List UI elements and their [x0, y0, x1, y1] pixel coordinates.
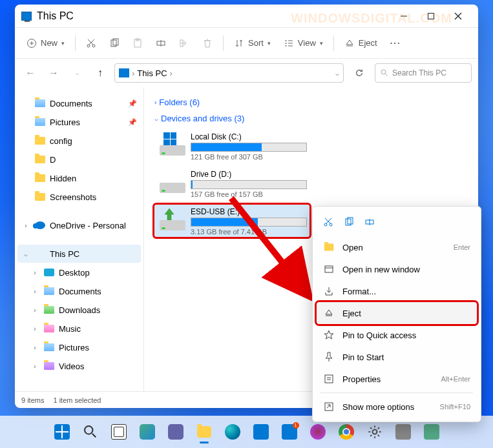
taskbar-explorer[interactable] [191, 419, 217, 445]
start-button[interactable] [49, 419, 75, 445]
drive-name: Local Disk (C:) [191, 132, 307, 141]
sidebar: Documents📌 Pictures📌 config D Hidden Scr… [15, 87, 144, 391]
sidebar-item-music[interactable]: ›Music [17, 320, 141, 338]
sidebar-item-documents-sub[interactable]: ›Documents [17, 282, 141, 300]
drive-local-c[interactable]: Local Disk (C:) 121 GB free of 307 GB [154, 130, 309, 162]
ctx-pin-start[interactable]: Pin to Start [317, 346, 477, 368]
search-input[interactable]: Search This PC [375, 63, 472, 83]
ctx-label: Format... [342, 287, 376, 296]
ctx-label: Open in new window [342, 265, 420, 274]
ctx-open-new-window[interactable]: Open in new window [317, 258, 477, 280]
sidebar-item-videos[interactable]: ›Videos [17, 357, 141, 375]
drives-section-header[interactable]: ⌵Devices and drives (3) [154, 114, 468, 123]
taskbar-edge[interactable] [220, 419, 246, 445]
minimize-button[interactable] [390, 7, 417, 25]
pin-icon: 📌 [128, 99, 137, 108]
taskbar-settings[interactable] [362, 419, 388, 445]
more-button[interactable]: ··· [385, 33, 406, 54]
eject-icon [323, 308, 335, 318]
sidebar-item-thispc[interactable]: ⌵This PC [17, 245, 141, 263]
sidebar-item-onedrive[interactable]: ›OneDrive - Personal [17, 216, 141, 234]
drive-d[interactable]: Drive D (D:) 157 GB free of 157 GB [154, 167, 309, 199]
recent-button[interactable]: ⌵ [68, 64, 86, 82]
star-icon [323, 330, 335, 340]
refresh-button[interactable] [349, 63, 370, 83]
svg-line-35 [326, 218, 331, 223]
pin-icon: 📌 [128, 118, 137, 127]
status-selected-count: 1 item selected [53, 396, 101, 404]
sidebar-item-d[interactable]: D [17, 150, 141, 168]
paste-button[interactable] [127, 33, 148, 54]
drive-icon [157, 170, 188, 197]
ctx-shortcut: Alt+Enter [441, 375, 470, 383]
toolbar: New ▾ Sort ▾ View ▾ Eject ··· [15, 28, 478, 59]
folder-icon [323, 243, 335, 251]
svg-line-9 [89, 39, 94, 45]
delete-button[interactable] [197, 33, 218, 54]
sidebar-item-desktop[interactable]: ›Desktop [17, 263, 141, 281]
chat-button[interactable] [163, 419, 189, 445]
copy-icon [109, 38, 120, 48]
taskview-button[interactable] [106, 419, 132, 445]
drive-icon [157, 132, 188, 159]
sidebar-item-documents[interactable]: Documents📌 [17, 94, 141, 112]
taskbar-store[interactable] [248, 419, 274, 445]
widgets-button[interactable] [134, 419, 160, 445]
taskbar-app2[interactable] [419, 419, 445, 445]
taskbar-app[interactable] [390, 419, 416, 445]
back-button[interactable]: ← [21, 64, 39, 82]
ctx-eject[interactable]: Eject [317, 302, 477, 324]
copy-button[interactable] [104, 33, 125, 54]
view-label: View [298, 38, 316, 48]
ctx-pin-quick[interactable]: Pin to Quick access [317, 324, 477, 346]
drive-name: Drive D (D:) [191, 170, 307, 179]
cut-button[interactable] [81, 33, 101, 54]
thispc-icon [36, 250, 45, 258]
svg-point-34 [330, 223, 332, 226]
ctx-cut-button[interactable] [319, 213, 337, 231]
up-button[interactable]: ↑ [91, 64, 109, 82]
close-button[interactable] [445, 7, 472, 25]
address-bar[interactable]: › This PC › ⌵ [114, 63, 344, 83]
ctx-label: Pin to Start [342, 352, 384, 362]
breadcrumb[interactable]: This PC [137, 68, 167, 78]
sidebar-item-screenshots[interactable]: Screenshots [17, 188, 141, 206]
rename-button[interactable] [151, 33, 171, 54]
svg-point-7 [87, 45, 90, 47]
search-placeholder: Search This PC [392, 68, 446, 77]
svg-point-48 [85, 426, 92, 434]
rename-icon [364, 217, 375, 227]
window-title: This PC [37, 10, 74, 22]
sidebar-item-pictures-sub[interactable]: ›Pictures [17, 338, 141, 356]
ctx-copy-button[interactable] [340, 213, 358, 231]
sort-button[interactable]: Sort ▾ [229, 33, 276, 54]
sidebar-item-label: Screenshots [50, 192, 96, 202]
share-button[interactable] [174, 33, 194, 54]
ctx-more-options[interactable]: Show more optionsShift+F10 [317, 396, 477, 418]
taskbar-mail[interactable]: 1 [277, 419, 302, 445]
sidebar-item-hidden[interactable]: Hidden [17, 169, 141, 187]
ctx-properties[interactable]: PropertiesAlt+Enter [317, 368, 477, 390]
drive-esd-usb[interactable]: ESD-USB (E:) 3.13 GB free of 7.41 GB [154, 205, 309, 237]
toolbar-divider [333, 36, 334, 51]
ctx-format[interactable]: Format... [317, 280, 477, 302]
search-taskbar-button[interactable] [78, 419, 103, 445]
taskbar-messenger[interactable] [305, 419, 331, 445]
ctx-label: Open [342, 243, 363, 252]
new-button[interactable]: New ▾ [21, 33, 70, 54]
sidebar-item-label: Hidden [50, 174, 76, 183]
folders-section-header[interactable]: ›Folders (6) [154, 97, 468, 107]
toolbar-divider [75, 36, 76, 51]
maximize-button[interactable] [417, 7, 445, 25]
sidebar-item-downloads[interactable]: ›Downloads [17, 301, 141, 319]
view-button[interactable]: View ▾ [278, 33, 328, 54]
ctx-open[interactable]: OpenEnter [317, 236, 477, 258]
forward-button[interactable]: → [45, 64, 63, 82]
chevron-down-icon[interactable]: ⌵ [335, 70, 339, 77]
sidebar-item-pictures[interactable]: Pictures📌 [17, 113, 141, 131]
sidebar-item-config[interactable]: config [17, 132, 141, 150]
titlebar: This PC WINDOWSDIGITAL.COM [15, 5, 478, 28]
eject-toolbar-button[interactable]: Eject [339, 33, 383, 54]
taskbar-chrome[interactable] [333, 419, 359, 445]
ctx-rename-button[interactable] [361, 213, 379, 231]
